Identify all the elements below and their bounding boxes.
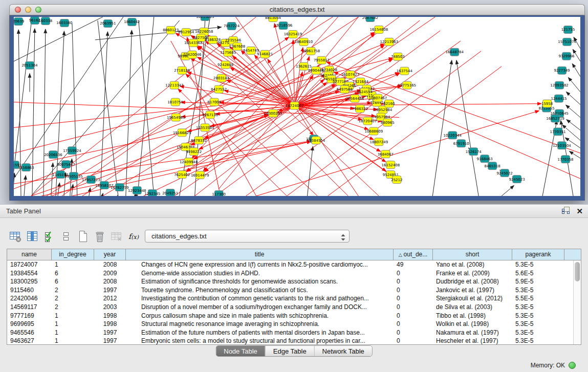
- delete-column-button[interactable]: [93, 229, 107, 244]
- float-panel-button[interactable]: [562, 207, 570, 216]
- graph-node[interactable]: 2063951: [100, 19, 116, 27]
- table-row[interactable]: 1456911722003Disruption of a novel membe…: [7, 303, 573, 312]
- column-header-in-degree[interactable]: in_degree: [52, 249, 94, 260]
- table-row[interactable]: 1872400712008Changes of HCN gene express…: [7, 260, 573, 269]
- graph-node[interactable]: 15958: [541, 100, 553, 107]
- graph-node[interactable]: 2718126: [174, 67, 190, 74]
- graph-node[interactable]: 1526174: [466, 148, 482, 156]
- graph-edge[interactable]: [24, 176, 26, 196]
- graph-edge[interactable]: [31, 115, 268, 196]
- select-columns-button[interactable]: [42, 229, 56, 244]
- graph-node[interactable]: 16152408: [382, 161, 400, 169]
- graph-node[interactable]: 16648784: [445, 48, 464, 56]
- network-canvas[interactable]: 2063996162160338160338020639511860442160…: [14, 17, 580, 196]
- graph-edge[interactable]: [246, 41, 461, 196]
- table-row[interactable]: 1938455462009Genome-wide association stu…: [7, 269, 573, 278]
- graph-node[interactable]: 9329966: [558, 52, 574, 60]
- graph-edge[interactable]: [32, 29, 35, 196]
- table-row[interactable]: 969969511998Structural magnetic resonanc…: [7, 320, 573, 329]
- function-builder-button[interactable]: f(x): [126, 229, 141, 244]
- graph-node[interactable]: 12093582: [550, 81, 569, 89]
- graph-node[interactable]: 12923448: [128, 187, 146, 194]
- network-svg[interactable]: 2063996162160338160338020639511860442160…: [14, 17, 580, 196]
- graph-node[interactable]: 9168463: [477, 155, 493, 163]
- graph-node[interactable]: 18775165: [398, 81, 417, 89]
- minimize-window-button[interactable]: [25, 7, 31, 13]
- graph-node[interactable]: 1810755: [167, 98, 183, 106]
- graph-node[interactable]: 121755: [561, 26, 575, 33]
- graph-node[interactable]: 15751074: [558, 38, 576, 46]
- graph-edge[interactable]: [118, 195, 118, 196]
- delete-table-button[interactable]: [110, 229, 124, 244]
- graph-node[interactable]: 6791910: [453, 140, 469, 147]
- graph-node[interactable]: 16325419: [284, 30, 302, 38]
- column-header-year[interactable]: year: [94, 249, 126, 260]
- graph-node[interactable]: 8267130: [202, 111, 218, 119]
- table-row[interactable]: 2242004622012Investigating the contribut…: [7, 294, 573, 303]
- tab-edge-table[interactable]: Edge Table: [265, 346, 314, 356]
- close-panel-button[interactable]: ✕: [576, 208, 583, 215]
- graph-edge[interactable]: [72, 184, 73, 196]
- graph-edge[interactable]: [567, 120, 580, 130]
- graph-node[interactable]: 12409948: [180, 158, 198, 166]
- graph-edge[interactable]: [102, 193, 103, 196]
- table-row[interactable]: 946362711997Embryonic stem cells: a mode…: [7, 337, 573, 344]
- graph-node[interactable]: 7986322: [352, 105, 368, 113]
- graph-node[interactable]: 19654985: [167, 114, 185, 121]
- row-height-button[interactable]: [59, 229, 73, 244]
- graph-node[interactable]: 19218596: [274, 21, 293, 29]
- graph-edge[interactable]: [432, 60, 452, 196]
- graph-node[interactable]: 12213343: [165, 81, 184, 89]
- graph-edge[interactable]: [31, 20, 180, 196]
- graph-node[interactable]: 1770351: [550, 128, 566, 136]
- show-column-button[interactable]: [25, 229, 39, 244]
- graph-node[interactable]: 160338: [39, 17, 53, 25]
- graph-edge[interactable]: [215, 31, 441, 196]
- graph-edge[interactable]: [126, 30, 132, 196]
- graph-edge[interactable]: [456, 60, 478, 196]
- graph-node[interactable]: 2051384: [21, 61, 38, 69]
- graph-edge[interactable]: [502, 186, 514, 196]
- graph-node[interactable]: 16107427: [341, 71, 360, 78]
- graph-node[interactable]: 10688609: [365, 127, 383, 135]
- graph-edge[interactable]: [232, 56, 294, 106]
- tab-node-table[interactable]: Node Table: [216, 346, 265, 356]
- graph-node[interactable]: 9245023: [509, 176, 525, 183]
- graph-node[interactable]: 748503: [391, 53, 405, 60]
- graph-edge[interactable]: [58, 183, 60, 196]
- graph-node[interactable]: 10220344: [443, 132, 462, 139]
- graph-node[interactable]: 9227349: [554, 67, 570, 74]
- graph-edge[interactable]: [566, 92, 580, 104]
- graph-edge[interactable]: [43, 29, 46, 196]
- table-options-button[interactable]: [8, 229, 23, 244]
- graph-node[interactable]: 9245022: [497, 169, 513, 177]
- graph-node[interactable]: 20639: [14, 17, 24, 25]
- graph-node[interactable]: 20206536: [44, 151, 62, 159]
- table-row[interactable]: 911546021997Tourette syndrome. Phenomeno…: [7, 286, 573, 295]
- graph-edge[interactable]: [568, 77, 580, 92]
- graph-node[interactable]: 25212: [391, 176, 402, 184]
- graph-node[interactable]: 16033809: [196, 17, 214, 20]
- graph-node[interactable]: 2087682: [362, 17, 378, 21]
- graph-node[interactable]: 2049251: [162, 189, 178, 196]
- graph-node[interactable]: 1770358: [557, 156, 573, 163]
- graph-node[interactable]: 90975487: [57, 161, 75, 168]
- column-header-pagerank[interactable]: pagerank: [512, 249, 564, 260]
- graph-node[interactable]: 17359924: [63, 147, 81, 155]
- graph-node[interactable]: 8912954: [178, 28, 194, 36]
- graph-node[interactable]: 7857224: [224, 22, 240, 30]
- graph-edge[interactable]: [293, 40, 295, 106]
- new-column-button[interactable]: [76, 229, 90, 244]
- column-header-short[interactable]: short: [433, 249, 512, 260]
- memory-status-icon[interactable]: [569, 362, 576, 369]
- column-header-name[interactable]: name: [7, 249, 52, 260]
- table-scrollbar-thumb[interactable]: [575, 262, 580, 281]
- graph-node[interactable]: 7625402: [174, 171, 190, 179]
- graph-edge[interactable]: [72, 24, 77, 196]
- graph-node[interactable]: 117300: [212, 191, 226, 196]
- window-titlebar[interactable]: citations_edges.txt: [9, 4, 585, 15]
- graph-node[interactable]: 1860442: [124, 18, 140, 26]
- graph-node[interactable]: 17957223: [82, 176, 100, 184]
- table-row[interactable]: 977716911998Corpus callosum shape and si…: [7, 312, 573, 320]
- graph-node[interactable]: 8465318: [485, 162, 500, 170]
